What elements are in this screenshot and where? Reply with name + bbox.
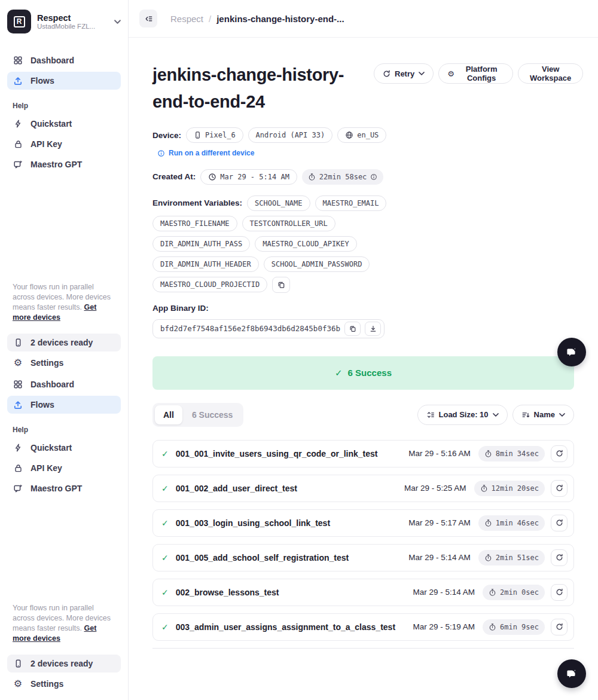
sidebar-item-maestro-gpt[interactable]: Maestro GPT [7, 155, 121, 173]
test-duration-chip: 2min 0sec [483, 585, 545, 600]
results-controls: All 6 Success Load Size: 10 Name [152, 403, 574, 427]
run-different-device-link[interactable]: Run on a different device [157, 149, 254, 157]
test-row[interactable]: ✓ 001_001_invite_users_using_qr_code_or_… [152, 440, 574, 467]
parallel-devices-note: Your flows run in parallel across device… [7, 603, 121, 644]
test-name: 001_002_add_user_direct_test [176, 484, 399, 493]
chat-sparkle-icon [565, 345, 579, 359]
dashboard-icon [13, 380, 23, 389]
breadcrumb-current: jenkins-change-history-end-... [216, 14, 344, 24]
gear-icon: ⚙ [13, 679, 23, 689]
copy-icon [277, 281, 285, 289]
refresh-icon [556, 623, 563, 631]
test-date: Mar 29 - 5:25 AM [404, 484, 466, 493]
created-label: Created At: [152, 172, 196, 181]
env-var-pill: SCHOOL_NAME [247, 195, 310, 211]
device-model-pill: Pixel_6 [186, 127, 243, 143]
test-duration-chip: 12min 20sec [474, 481, 545, 496]
chevron-down-icon [114, 20, 121, 24]
app-binary-label: App Binary ID: [152, 304, 583, 313]
breadcrumb-workspace[interactable]: Respect [170, 14, 203, 24]
retry-test-button[interactable] [551, 445, 568, 462]
retry-test-button[interactable] [551, 584, 568, 601]
test-row[interactable]: ✓ 001_003_login_using_school_link_test M… [152, 509, 574, 537]
env-var-pill: TESTCONTROLLER_URL [242, 216, 335, 231]
tab-all[interactable]: All [155, 405, 182, 424]
sort-dropdown[interactable]: Name [512, 405, 574, 425]
devices-ready-status[interactable]: 2 devices ready [7, 334, 121, 351]
device-os-pill: Android (API 33) [248, 127, 333, 143]
test-date: Mar 29 - 5:14 AM [413, 588, 475, 597]
test-row[interactable]: ✓ 003_admin_user_assigns_assignment_to_a… [152, 613, 574, 641]
lightning-icon [13, 119, 23, 129]
sort-icon [521, 411, 530, 419]
stopwatch-icon [489, 623, 496, 631]
sidebar-item-settings[interactable]: ⚙ Settings [7, 354, 121, 372]
retry-test-button[interactable] [551, 480, 568, 497]
env-var-pill: MAESTRO_CLOUD_APIKEY [255, 236, 357, 252]
view-workspace-button[interactable]: View Workspace [518, 63, 583, 84]
created-time-pill: Mar 29 - 5:14 AM [200, 169, 297, 185]
sidebar-item-api-key[interactable]: API Key [7, 135, 121, 153]
retry-test-button[interactable] [551, 515, 568, 531]
download-binary-button[interactable] [365, 322, 381, 336]
copy-icon [349, 325, 356, 332]
collapse-sidebar-button[interactable] [139, 10, 157, 27]
env-var-pill: MAESTRO_CLOUD_PROJECTID [152, 277, 267, 292]
workspace-switcher[interactable]: R Respect UstadMobile FZL... [7, 10, 121, 33]
retry-button[interactable]: Retry [374, 63, 434, 84]
test-row[interactable]: ✓ 001_002_add_user_direct_test Mar 29 - … [152, 475, 574, 502]
tab-success[interactable]: 6 Success [184, 405, 242, 424]
sidebar-item-maestro-gpt[interactable]: Maestro GPT [7, 479, 121, 497]
env-var-pill: SCHOOL_ADMIN_PASSWORD [264, 256, 370, 272]
upload-icon [13, 76, 23, 85]
refresh-icon [556, 484, 563, 492]
test-duration-chip: 8min 34sec [478, 446, 545, 461]
chat-assistant-button[interactable] [557, 659, 586, 688]
sidebar-item-settings[interactable]: ⚙ Settings [7, 675, 121, 693]
info-icon [157, 149, 165, 157]
chevron-down-icon [493, 413, 499, 417]
success-check-icon: ✓ [161, 449, 169, 458]
test-row[interactable]: ✓ 002_browse_lessons_test Mar 29 - 5:14 … [152, 579, 574, 606]
env-label: Environment Variables: [152, 198, 242, 207]
sidebar-item-dashboard[interactable]: Dashboard [7, 51, 121, 69]
chat-assistant-button[interactable] [557, 338, 586, 366]
retry-test-button[interactable] [551, 549, 568, 566]
list-divider [152, 648, 574, 649]
retry-test-button[interactable] [551, 619, 568, 635]
sidebar-item-dashboard[interactable]: Dashboard [7, 375, 121, 393]
platform-configs-button[interactable]: ⚙ Platform Configs [438, 63, 513, 84]
main-area: Respect / jenkins-change-history-end-...… [129, 0, 598, 700]
test-date: Mar 29 - 5:17 AM [408, 518, 471, 527]
test-date: Mar 29 - 5:14 AM [408, 553, 471, 562]
sidebar-item-quickstart[interactable]: Quickstart [7, 115, 121, 133]
chat-sparkle-icon [565, 667, 579, 681]
refresh-icon [556, 554, 563, 561]
sidebar-item-flows[interactable]: Flows [7, 72, 121, 90]
chat-sparkle-icon [13, 160, 23, 169]
lock-icon [13, 463, 23, 473]
copy-binary-id-button[interactable] [344, 322, 361, 336]
sidebar-item-quickstart[interactable]: Quickstart [7, 439, 121, 457]
load-size-dropdown[interactable]: Load Size: 10 [417, 405, 508, 425]
device-row: Device: Pixel_6 Android (API 33) en_US [152, 127, 410, 143]
environment-variables: Environment Variables: SCHOOL_NAME MAEST… [152, 195, 410, 293]
lightning-icon [13, 443, 23, 453]
load-size-icon [426, 411, 435, 419]
success-check-icon: ✓ [161, 518, 169, 528]
chevron-down-icon [419, 72, 425, 75]
sidebar-item-flows[interactable]: Flows [7, 396, 121, 414]
sidebar-item-api-key[interactable]: API Key [7, 459, 121, 477]
test-row[interactable]: ✓ 001_005_add_school_self_registration_t… [152, 544, 574, 571]
refresh-icon [383, 70, 390, 78]
test-name: 003_admin_user_assigns_assignment_to_a_c… [176, 622, 408, 632]
copy-env-button[interactable] [272, 277, 290, 293]
filter-tabs: All 6 Success [152, 403, 243, 427]
workspace-org: UstadMobile FZL... [37, 23, 108, 30]
devices-ready-status[interactable]: 2 devices ready [7, 655, 121, 673]
test-duration-chip: 6min 9sec [483, 619, 545, 635]
page-actions: Retry ⚙ Platform Configs View Workspace [374, 63, 583, 84]
success-check-icon: ✓ [161, 622, 169, 632]
collapse-sidebar-icon [144, 14, 153, 23]
phone-icon [13, 659, 23, 668]
